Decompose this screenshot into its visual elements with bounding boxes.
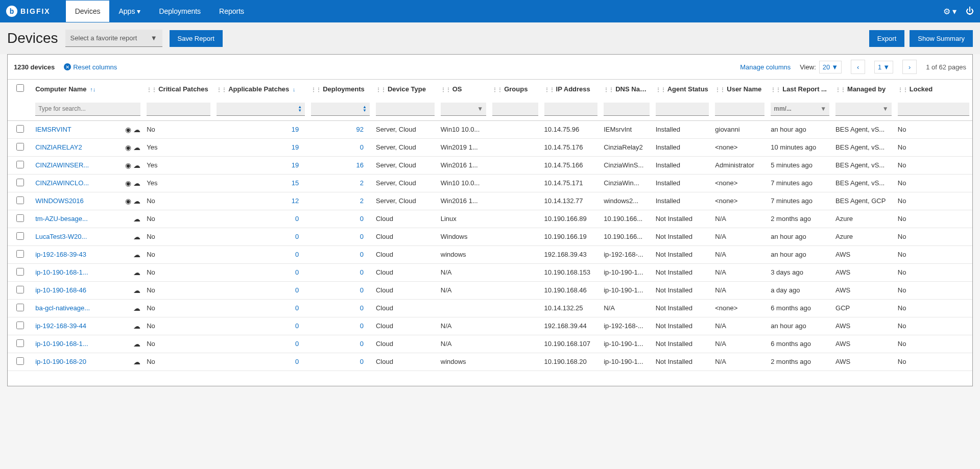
col-dns-name[interactable]: ⋮⋮DNS Name	[601, 80, 652, 98]
row-checkbox[interactable]	[16, 339, 24, 347]
show-summary-button[interactable]: Show Summary	[910, 30, 973, 47]
filter-os-select[interactable]: ▼	[441, 103, 486, 116]
computer-name-link[interactable]: ip-10-190-168-20	[35, 358, 86, 365]
filter-critical-input[interactable]	[147, 103, 210, 116]
row-checkbox[interactable]	[16, 304, 24, 311]
computer-name-link[interactable]: ip-10-190-168-1...	[35, 340, 88, 348]
nav-item-apps[interactable]: Apps▾	[109, 1, 150, 22]
page-select[interactable]: 1▼	[874, 61, 893, 73]
deployments-link[interactable]: 0	[360, 268, 364, 276]
deployments-link[interactable]: 0	[360, 251, 364, 258]
row-checkbox[interactable]	[16, 357, 24, 365]
row-checkbox[interactable]	[16, 322, 24, 329]
deployments-link[interactable]: 0	[360, 143, 364, 151]
deployments-link[interactable]: 92	[356, 126, 364, 133]
gear-icon[interactable]: ⚙ ▾	[943, 7, 957, 16]
computer-name-link[interactable]: ba-gcl-nativeage...	[35, 304, 90, 312]
computer-name-link[interactable]: WINDOWS2016	[35, 197, 84, 205]
row-checkbox[interactable]	[16, 232, 24, 240]
col-locked[interactable]: ⋮⋮Locked	[895, 80, 972, 98]
col-os[interactable]: ⋮⋮OS	[438, 80, 489, 98]
col-last-report[interactable]: ⋮⋮Last Report ...	[768, 80, 832, 98]
applicable-patches-link[interactable]: 0	[295, 286, 299, 294]
deployments-link[interactable]: 0	[360, 233, 364, 240]
manage-columns-link[interactable]: Manage columns	[740, 63, 791, 71]
col-user-name[interactable]: ⋮⋮User Name	[712, 80, 768, 98]
row-checkbox[interactable]	[16, 143, 24, 151]
col-ip-address[interactable]: ⋮⋮IP Address	[541, 80, 601, 98]
row-checkbox[interactable]	[16, 214, 24, 222]
pager-prev-button[interactable]: ‹	[851, 60, 865, 74]
favorite-report-select[interactable]: Select a favorite report ▼	[65, 30, 162, 47]
row-checkbox[interactable]	[16, 250, 24, 258]
export-button[interactable]: Export	[869, 30, 905, 47]
applicable-patches-link[interactable]: 12	[292, 197, 299, 205]
filter-ip-input[interactable]	[544, 103, 598, 116]
col-groups[interactable]: ⋮⋮Groups	[489, 80, 541, 98]
view-size-select[interactable]: 20▼	[819, 61, 842, 73]
row-checkbox[interactable]	[16, 196, 24, 204]
pager-next-button[interactable]: ›	[902, 60, 917, 74]
applicable-patches-link[interactable]: 15	[292, 179, 299, 187]
computer-name-link[interactable]: CINZIAWINSER...	[35, 161, 89, 169]
computer-name-link[interactable]: ip-10-190-168-1...	[35, 268, 88, 276]
applicable-patches-link[interactable]: 0	[295, 251, 299, 258]
filter-groups-input[interactable]	[492, 103, 538, 116]
col-agent-status[interactable]: ⋮⋮Agent Status	[653, 80, 712, 98]
nav-item-devices[interactable]: Devices	[66, 1, 110, 22]
nav-item-reports[interactable]: Reports	[210, 1, 253, 22]
col-applicable-patches[interactable]: ⋮⋮Applicable Patches ↓	[213, 80, 308, 98]
col-managed-by[interactable]: ⋮⋮Managed by	[832, 80, 895, 98]
computer-name-link[interactable]: ip-10-190-168-46	[35, 286, 86, 294]
deployments-link[interactable]: 16	[356, 161, 364, 169]
filter-user-input[interactable]	[715, 103, 764, 116]
row-checkbox[interactable]	[16, 161, 24, 168]
row-checkbox[interactable]	[16, 268, 24, 276]
deployments-link[interactable]: 0	[360, 304, 364, 312]
deployments-link[interactable]: 0	[360, 215, 364, 223]
filter-locked-input[interactable]	[898, 103, 969, 116]
computer-name-link[interactable]: ip-192-168-39-43	[35, 251, 86, 258]
computer-name-link[interactable]: CINZIAWINCLO...	[35, 179, 89, 187]
applicable-patches-link[interactable]: 0	[295, 268, 299, 276]
applicable-patches-link[interactable]: 19	[292, 126, 299, 133]
filter-devicetype-input[interactable]	[376, 103, 435, 116]
applicable-patches-link[interactable]: 19	[292, 161, 299, 169]
computer-name-link[interactable]: LucaTest3-W20...	[35, 233, 87, 240]
select-all-checkbox[interactable]	[16, 84, 24, 92]
applicable-patches-link[interactable]: 0	[295, 215, 299, 223]
computer-name-link[interactable]: tm-AZU-besage...	[35, 215, 88, 223]
filter-lastreport-select[interactable]: mm/...▼	[771, 103, 829, 116]
deployments-link[interactable]: 2	[360, 197, 364, 205]
deployments-link[interactable]: 0	[360, 358, 364, 365]
brand-logo[interactable]: b BIGFIX	[6, 6, 51, 17]
filter-applicable-input[interactable]: ▲▼	[217, 103, 305, 116]
table-container[interactable]: Computer Name ↑↓ ⋮⋮Critical Patches ⋮⋮Ap…	[8, 80, 972, 386]
reset-columns-link[interactable]: ✕ Reset columns	[64, 63, 117, 71]
nav-item-deployments[interactable]: Deployments	[150, 1, 210, 22]
col-device-type[interactable]: ⋮⋮Device Type	[373, 80, 438, 98]
col-deployments[interactable]: ⋮⋮Deployments	[308, 80, 373, 98]
row-checkbox[interactable]	[16, 179, 24, 186]
filter-agent-input[interactable]	[656, 103, 709, 116]
deployments-link[interactable]: 0	[360, 286, 364, 294]
applicable-patches-link[interactable]: 0	[295, 322, 299, 330]
row-checkbox[interactable]	[16, 125, 24, 133]
filter-deployments-input[interactable]: ▲▼	[311, 103, 370, 116]
power-icon[interactable]: ⏻	[966, 7, 974, 16]
applicable-patches-link[interactable]: 0	[295, 304, 299, 312]
computer-name-link[interactable]: CINZIARELAY2	[35, 143, 82, 151]
applicable-patches-link[interactable]: 19	[292, 143, 299, 151]
col-computer-name[interactable]: Computer Name ↑↓	[32, 80, 144, 98]
applicable-patches-link[interactable]: 0	[295, 233, 299, 240]
applicable-patches-link[interactable]: 0	[295, 340, 299, 348]
filter-managedby-select[interactable]: ▼	[835, 103, 892, 116]
deployments-link[interactable]: 0	[360, 322, 364, 330]
row-checkbox[interactable]	[16, 286, 24, 293]
deployments-link[interactable]: 2	[360, 179, 364, 187]
computer-name-link[interactable]: IEMSRVINT	[35, 126, 71, 133]
deployments-link[interactable]: 0	[360, 340, 364, 348]
col-critical-patches[interactable]: ⋮⋮Critical Patches	[144, 80, 213, 98]
applicable-patches-link[interactable]: 0	[295, 358, 299, 365]
filter-name-input[interactable]	[35, 103, 140, 116]
